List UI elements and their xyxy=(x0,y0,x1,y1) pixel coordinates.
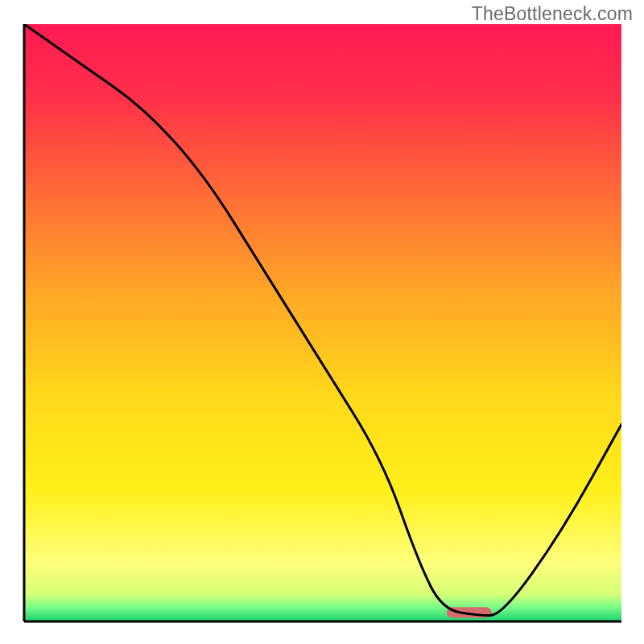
gradient-background xyxy=(24,24,621,621)
chart-svg xyxy=(0,0,644,644)
bottleneck-chart: TheBottleneck.com xyxy=(0,0,644,644)
watermark-text: TheBottleneck.com xyxy=(472,3,633,25)
